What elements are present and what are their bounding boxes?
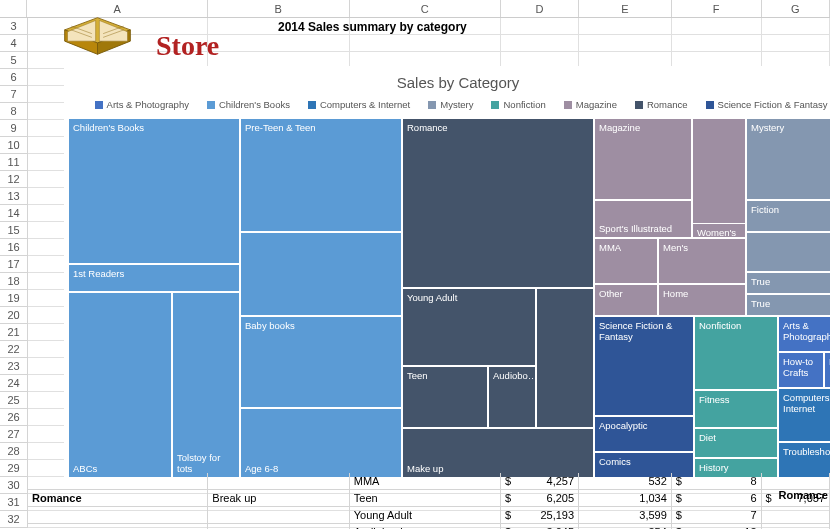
treemap-node[interactable]: Baby books (240, 316, 402, 408)
treemap-node[interactable]: Women's (692, 223, 746, 238)
row-8[interactable]: 8 (0, 103, 28, 120)
treemap-node[interactable]: Mystery (746, 118, 830, 200)
legend-item: Children's Books (201, 99, 290, 110)
legend-item: Romance (629, 99, 688, 110)
table-row[interactable]: MMA$4,257532$8 (28, 473, 830, 490)
table-row[interactable]: Young Adult$25,1933,599$7 (28, 507, 830, 524)
row-23[interactable]: 23 (0, 358, 28, 375)
treemap-node[interactable] (692, 118, 746, 238)
row-25[interactable]: 25 (0, 392, 28, 409)
row-27[interactable]: 27 (0, 426, 28, 443)
row-13[interactable]: 13 (0, 188, 28, 205)
treemap-node[interactable] (746, 232, 830, 272)
report-title: 2014 Sales summary by category (278, 20, 467, 34)
treemap-node[interactable]: Fitness (694, 390, 778, 428)
col-G[interactable]: G (762, 0, 830, 17)
treemap-node[interactable]: Romance (402, 118, 594, 288)
row-11[interactable]: 11 (0, 154, 28, 171)
row-7[interactable]: 7 (0, 86, 28, 103)
legend-item: Arts & Photography (89, 99, 189, 110)
treemap-node[interactable]: Fiction (746, 200, 830, 232)
legend-item: Magazine (558, 99, 617, 110)
treemap-chart[interactable]: Sales by Category Arts & PhotographyChil… (64, 66, 830, 491)
treemap-node[interactable]: How-to Crafts (778, 352, 824, 388)
row-31[interactable]: 31 (0, 494, 28, 511)
row-29[interactable]: 29 (0, 460, 28, 477)
treemap-node[interactable]: Computers & Internet (778, 388, 830, 442)
table-row[interactable]: Audiobooks$3,045254$12 (28, 524, 830, 529)
row-18[interactable]: 18 (0, 273, 28, 290)
treemap-node[interactable]: Sport's Illustrated (594, 200, 692, 238)
treemap-node[interactable]: Audiobo… (488, 366, 536, 428)
treemap-node[interactable] (536, 288, 594, 428)
row-19[interactable]: 19 (0, 290, 28, 307)
col-B[interactable]: B (208, 0, 350, 17)
g30-overflow: Romance (778, 489, 828, 501)
treemap-area[interactable]: Children's Books1st ReadersABCsTolstoy f… (68, 118, 830, 478)
treemap-node[interactable]: Diet (694, 428, 778, 458)
legend-item: Mystery (422, 99, 473, 110)
row-9[interactable]: 9 (0, 120, 28, 137)
treemap-node[interactable]: Teen (402, 366, 488, 428)
row-20[interactable]: 20 (0, 307, 28, 324)
col-E[interactable]: E (579, 0, 672, 17)
row-28[interactable]: 28 (0, 443, 28, 460)
treemap-node[interactable]: 1st Readers (68, 264, 240, 292)
row-22[interactable]: 22 (0, 341, 28, 358)
row-21[interactable]: 21 (0, 324, 28, 341)
treemap-node[interactable]: MMA (594, 238, 658, 284)
col-F[interactable]: F (672, 0, 762, 17)
row-17[interactable]: 17 (0, 256, 28, 273)
data-table[interactable]: MMA$4,257532$8RomanceBreak upTeen$6,2051… (28, 473, 830, 529)
treemap-node[interactable]: Home (658, 284, 746, 316)
row-10[interactable]: 10 (0, 137, 28, 154)
treemap-node[interactable]: Phot… (824, 352, 830, 388)
treemap-node[interactable]: Pre-Teen & Teen (240, 118, 402, 232)
treemap-node[interactable]: True (746, 294, 830, 316)
row-24[interactable]: 24 (0, 375, 28, 392)
treemap-node[interactable]: ABCs (68, 292, 172, 478)
treemap-node[interactable]: True (746, 272, 830, 294)
row-30[interactable]: 30 (0, 477, 28, 494)
col-C[interactable]: C (350, 0, 501, 17)
treemap-node[interactable]: Men's (658, 238, 746, 284)
row-12[interactable]: 12 (0, 171, 28, 188)
treemap-node[interactable]: Science Fiction & Fantasy (594, 316, 694, 416)
col-D[interactable]: D (501, 0, 579, 17)
row-6[interactable]: 6 (0, 69, 28, 86)
treemap-node[interactable]: Nonfiction (694, 316, 778, 390)
treemap-node[interactable]: Other (594, 284, 658, 316)
row-32[interactable]: 32 (0, 511, 28, 528)
row-16[interactable]: 16 (0, 239, 28, 256)
row-5[interactable]: 5 (0, 52, 28, 69)
book-icon (60, 13, 135, 63)
row-26[interactable]: 26 (0, 409, 28, 426)
treemap-node[interactable]: Arts & Photography (778, 316, 830, 352)
treemap-node[interactable]: Apocalyptic (594, 416, 694, 452)
treemap-node[interactable]: Age 6-8 (240, 408, 402, 478)
row-14[interactable]: 14 (0, 205, 28, 222)
table-row[interactable]: RomanceBreak upTeen$6,2051,034$6$7,037 (28, 490, 830, 507)
legend-item: Science Fiction & Fantasy (700, 99, 828, 110)
legend-item: Nonfiction (485, 99, 545, 110)
treemap-node[interactable] (240, 232, 402, 316)
treemap-node[interactable]: Tolstoy for tots (172, 292, 240, 478)
treemap-node[interactable]: Magazine (594, 118, 692, 200)
treemap-node[interactable]: Young Adult (402, 288, 536, 366)
treemap-node[interactable]: Children's Books (68, 118, 240, 264)
chart-legend: Arts & PhotographyChildren's BooksComput… (64, 97, 830, 118)
row-3[interactable]: 3 (0, 18, 28, 35)
legend-item: Computers & Internet (302, 99, 410, 110)
row-15[interactable]: 15 (0, 222, 28, 239)
row-headers: 3456789101112131415161718192021222324252… (0, 18, 28, 528)
treemap-node[interactable]: Make up (402, 428, 594, 478)
row-4[interactable]: 4 (0, 35, 28, 52)
chart-title: Sales by Category (64, 66, 830, 97)
store-brand: Store (156, 30, 219, 62)
